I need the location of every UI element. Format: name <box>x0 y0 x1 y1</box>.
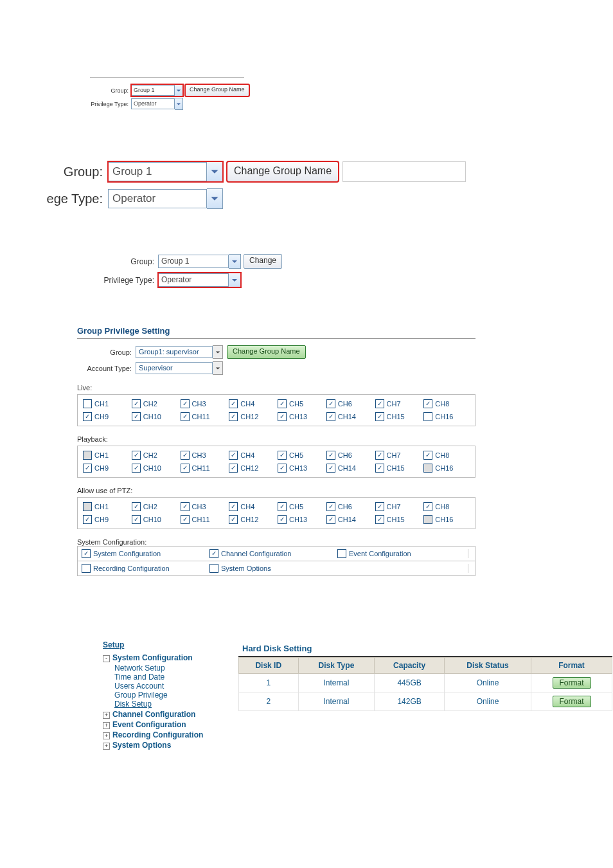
change-group-name-button[interactable]: Change Group Name <box>227 161 339 182</box>
checkbox[interactable] <box>132 502 141 511</box>
channel-cell[interactable]: CH1 <box>82 449 130 462</box>
channel-cell[interactable]: CH15 <box>374 410 423 423</box>
checkbox[interactable] <box>181 502 190 511</box>
channel-cell[interactable]: CH5 <box>276 500 325 513</box>
tree-node-label[interactable]: Event Configuration <box>112 720 186 729</box>
channel-cell[interactable]: CH10 <box>130 410 179 423</box>
checkbox[interactable] <box>82 549 91 558</box>
sys-cell[interactable]: System Configuration <box>82 549 209 558</box>
checkbox[interactable] <box>423 451 432 460</box>
checkbox[interactable] <box>181 464 190 473</box>
checkbox[interactable] <box>229 399 238 408</box>
group-combo[interactable]: Group 1 <box>108 161 223 182</box>
checkbox[interactable] <box>326 502 335 511</box>
checkbox[interactable] <box>209 549 218 558</box>
format-button[interactable]: Format <box>553 677 591 689</box>
channel-cell[interactable]: CH16 <box>422 513 471 526</box>
group-name-input[interactable] <box>342 161 466 182</box>
collapse-icon[interactable]: - <box>103 655 110 662</box>
chevron-down-icon[interactable] <box>229 254 241 269</box>
checkbox[interactable] <box>132 412 141 421</box>
channel-cell[interactable]: CH3 <box>179 397 228 410</box>
checkbox[interactable] <box>82 564 91 573</box>
expand-icon[interactable]: + <box>103 712 110 719</box>
checkbox[interactable] <box>83 464 92 473</box>
channel-cell[interactable]: CH9 <box>82 410 130 423</box>
checkbox[interactable] <box>132 399 141 408</box>
change-group-name-button[interactable]: Change Group Name <box>185 84 249 96</box>
checkbox[interactable] <box>375 464 384 473</box>
checkbox[interactable] <box>423 464 432 473</box>
channel-cell[interactable]: CH16 <box>422 410 471 423</box>
checkbox[interactable] <box>83 399 92 408</box>
change-group-name-button[interactable]: Change Group Name <box>227 345 306 359</box>
checkbox[interactable] <box>229 515 238 524</box>
tree-node[interactable]: +Event Configuration <box>103 720 218 729</box>
channel-cell[interactable]: CH6 <box>325 500 374 513</box>
privilege-type-combo[interactable]: Operator <box>131 98 183 110</box>
channel-cell[interactable]: CH9 <box>82 513 130 526</box>
channel-cell[interactable]: CH1 <box>82 500 130 513</box>
tree-node[interactable]: -System Configuration <box>103 653 218 662</box>
checkbox[interactable] <box>83 412 92 421</box>
checkbox[interactable] <box>278 515 287 524</box>
channel-cell[interactable]: CH11 <box>179 462 228 475</box>
tree-node-label[interactable]: System Options <box>112 741 171 750</box>
tree-node[interactable]: +Recording Configuration <box>103 730 218 739</box>
privilege-type-combo[interactable]: Operator <box>158 273 241 287</box>
group-combo[interactable]: Group 1 <box>158 254 241 269</box>
channel-cell[interactable]: CH7 <box>374 397 423 410</box>
checkbox[interactable] <box>375 502 384 511</box>
checkbox[interactable] <box>423 502 432 511</box>
expand-icon[interactable]: + <box>103 732 110 739</box>
channel-cell[interactable]: CH7 <box>374 500 423 513</box>
channel-cell[interactable]: CH12 <box>227 410 276 423</box>
channel-cell[interactable]: CH3 <box>179 449 228 462</box>
expand-icon[interactable]: + <box>103 722 110 729</box>
chevron-down-icon[interactable] <box>175 98 183 110</box>
checkbox[interactable] <box>229 451 238 460</box>
channel-cell[interactable]: CH15 <box>374 462 423 475</box>
sys-cell[interactable]: Recording Configuration <box>82 564 209 573</box>
channel-cell[interactable]: CH16 <box>422 462 471 475</box>
checkbox[interactable] <box>229 412 238 421</box>
checkbox[interactable] <box>326 515 335 524</box>
channel-cell[interactable]: CH14 <box>325 462 374 475</box>
channel-cell[interactable]: CH8 <box>422 449 471 462</box>
tree-node-label[interactable]: Recording Configuration <box>112 730 203 739</box>
channel-cell[interactable]: CH11 <box>179 410 228 423</box>
sys-cell[interactable]: System Options <box>209 564 337 573</box>
channel-cell[interactable]: CH9 <box>82 462 130 475</box>
checkbox[interactable] <box>423 412 432 421</box>
checkbox[interactable] <box>278 451 287 460</box>
channel-cell[interactable]: CH14 <box>325 513 374 526</box>
tree-node-label[interactable]: System Configuration <box>112 653 193 662</box>
group-combo[interactable]: Group 1 <box>131 84 183 96</box>
checkbox[interactable] <box>229 464 238 473</box>
channel-cell[interactable]: CH4 <box>227 500 276 513</box>
type-combo[interactable]: Operator <box>108 188 223 209</box>
tree-node[interactable]: +Channel Configuration <box>103 710 218 719</box>
group-combo[interactable]: Group1: supervisor <box>136 345 223 359</box>
checkbox[interactable] <box>375 515 384 524</box>
checkbox[interactable] <box>181 412 190 421</box>
format-button[interactable]: Format <box>553 696 591 707</box>
checkbox[interactable] <box>132 451 141 460</box>
channel-cell[interactable]: CH12 <box>227 513 276 526</box>
chevron-down-icon[interactable] <box>213 345 223 359</box>
checkbox[interactable] <box>423 399 432 408</box>
checkbox[interactable] <box>83 515 92 524</box>
channel-cell[interactable]: CH4 <box>227 397 276 410</box>
sys-cell[interactable]: Channel Configuration <box>209 549 337 558</box>
channel-cell[interactable]: CH5 <box>276 449 325 462</box>
chevron-down-icon[interactable] <box>207 161 223 182</box>
checkbox[interactable] <box>278 399 287 408</box>
tree-leaf[interactable]: Time and Date <box>114 673 218 682</box>
channel-cell[interactable]: CH15 <box>374 513 423 526</box>
channel-cell[interactable]: CH11 <box>179 513 228 526</box>
checkbox[interactable] <box>229 502 238 511</box>
channel-cell[interactable]: CH5 <box>276 397 325 410</box>
sys-cell[interactable]: Event Configuration <box>337 549 465 558</box>
checkbox[interactable] <box>326 451 335 460</box>
chevron-down-icon[interactable] <box>229 273 241 287</box>
